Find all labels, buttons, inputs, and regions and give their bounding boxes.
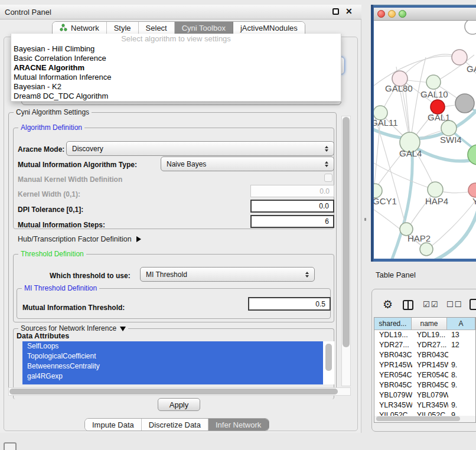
which-threshold-combo[interactable]: MI Threshold bbox=[140, 267, 315, 282]
tab-style[interactable]: Style bbox=[107, 22, 139, 34]
kernel-width-field[interactable]: 0.0 bbox=[250, 185, 334, 197]
table-cell: YER054C bbox=[412, 370, 448, 380]
algorithm-option[interactable]: Bayesian - Hill Climbing bbox=[11, 44, 341, 54]
network-icon bbox=[60, 24, 67, 33]
combo-arrows-icon bbox=[323, 157, 330, 171]
minimize-traffic-light-icon[interactable] bbox=[388, 10, 396, 18]
table-row[interactable]: YDR27...YDR27...12 bbox=[374, 340, 476, 350]
mi-steps-label: Mutual Information Steps: bbox=[18, 221, 105, 229]
table-row[interactable]: YDL19...YDL19...13 bbox=[374, 330, 476, 340]
network-node[interactable] bbox=[455, 94, 474, 113]
node-label: HAP4 bbox=[425, 196, 448, 206]
float-window-icon[interactable] bbox=[332, 8, 339, 15]
algorithm-option[interactable]: Dream8 DC_TDC Algorithm bbox=[11, 92, 341, 101]
apply-button[interactable]: Apply bbox=[158, 398, 200, 411]
mi-algorithm-type-combo[interactable]: Naive Bayes bbox=[161, 156, 334, 171]
data-attribute-item[interactable]: BetweennessCentrality bbox=[22, 361, 323, 371]
node-label: GCY1 bbox=[374, 196, 397, 206]
tab-impute-data[interactable]: Impute Data bbox=[85, 419, 142, 431]
data-attribute-item[interactable]: gal4RGexp bbox=[22, 371, 323, 381]
network-node-gal10[interactable] bbox=[426, 75, 441, 89]
data-attributes-list: SelfLoopsTopologicalCoefficientBetweenne… bbox=[22, 341, 334, 384]
bottom-tab-bar: Impute Data Discretize Data Infer Networ… bbox=[84, 418, 269, 431]
table-mode-icon[interactable] bbox=[470, 299, 476, 310]
aracne-mode-combo[interactable]: Discovery bbox=[66, 141, 334, 156]
group-title: Threshold Definition bbox=[18, 250, 86, 258]
sources-group-title[interactable]: Sources for Network Inference bbox=[18, 324, 128, 332]
zoom-traffic-light-icon[interactable] bbox=[399, 10, 406, 18]
which-threshold-label: Which threshold to use: bbox=[50, 272, 131, 280]
node-label: GAL11 bbox=[374, 118, 398, 128]
mi-threshold-label: Mutual Information Threshold: bbox=[22, 304, 125, 312]
manual-kernel-width-checkbox[interactable] bbox=[324, 174, 332, 182]
settings-vertical-scrollbar-thumb[interactable] bbox=[343, 117, 350, 347]
table-row[interactable]: YLR345WYLR345W9. bbox=[374, 400, 476, 410]
tab-jactivemnodules[interactable]: jActiveMNodules bbox=[233, 22, 305, 34]
unchecked-columns-icon[interactable]: ☐☐ bbox=[446, 300, 462, 309]
algorithm-option[interactable]: Bayesian - K2 bbox=[11, 82, 341, 92]
table-row[interactable]: YBR043CYBR043C bbox=[374, 350, 476, 360]
table-cell: YBR045C bbox=[374, 380, 412, 390]
table-cell: YBR043C bbox=[374, 350, 412, 360]
algorithm-option[interactable]: Mutual Information Inference bbox=[11, 73, 341, 82]
tab-label: Impute Data bbox=[92, 420, 134, 429]
table-row[interactable]: YER054CYER054C8. bbox=[374, 370, 476, 380]
close-icon[interactable]: ✕ bbox=[345, 6, 353, 16]
data-attribute-item[interactable] bbox=[22, 381, 323, 384]
data-attribute-item[interactable]: SelfLoops bbox=[22, 341, 323, 351]
table-horizontal-scrollbar-thumb[interactable] bbox=[376, 416, 460, 421]
network-node-swi4[interactable] bbox=[441, 120, 457, 136]
algorithm-option[interactable]: Basic Correlation Inference bbox=[11, 54, 341, 63]
mi-threshold-field[interactable]: 0.5 bbox=[248, 297, 331, 311]
settings-horizontal-scrollbar-thumb[interactable] bbox=[9, 389, 338, 394]
split-columns-icon[interactable] bbox=[403, 300, 413, 310]
tab-network[interactable]: Network bbox=[53, 22, 107, 34]
control-panel-title: Control Panel bbox=[5, 8, 51, 17]
data-attribute-item[interactable]: TopologicalCoefficient bbox=[22, 351, 323, 361]
network-node-hap4[interactable] bbox=[428, 182, 443, 197]
table-cell: YBR043C bbox=[412, 350, 448, 360]
group-title: Cyni Algorithm Settings bbox=[14, 108, 92, 116]
table-cell: YPR145W bbox=[412, 360, 448, 370]
table-cell bbox=[448, 390, 476, 400]
network-node-gal[interactable] bbox=[452, 50, 467, 65]
tab-select[interactable]: Select bbox=[139, 22, 175, 34]
tab-label: Select bbox=[146, 24, 167, 32]
table-row[interactable]: YBL079WYBL079W bbox=[374, 390, 476, 400]
table-row[interactable]: YBR045CYBR045C9. bbox=[374, 380, 476, 390]
checked-columns-icon[interactable]: ☑☑ bbox=[423, 300, 439, 309]
minimized-panel-icon[interactable] bbox=[4, 442, 17, 450]
tab-cyni-toolbox[interactable]: Cyni Toolbox bbox=[175, 22, 233, 34]
node-label: GAL80 bbox=[385, 83, 413, 93]
algorithm-option[interactable]: ARACNE Algorithm bbox=[11, 63, 341, 73]
network-node[interactable] bbox=[465, 21, 476, 34]
dpi-tolerance-field[interactable]: 0.0 bbox=[250, 200, 334, 213]
gear-icon[interactable]: ⚙ bbox=[383, 298, 393, 311]
network-canvas[interactable]: GALGAL80GAL10GAL1GAL11SWI4GAL4GCY1HAP4YH… bbox=[374, 21, 476, 259]
combo-value: Naive Bayes bbox=[167, 160, 206, 168]
panel-divider-handle[interactable] bbox=[364, 218, 366, 221]
table-cell: YBL079W bbox=[374, 390, 412, 400]
column-header-shared-name[interactable]: shared... bbox=[374, 318, 412, 330]
table-cell: YBR045C bbox=[412, 380, 448, 390]
table-cell: YBL079W bbox=[412, 390, 448, 400]
table-body: YDL19...YDL19...13YDR27...YDR27...12YBR0… bbox=[374, 330, 476, 416]
column-header-partial[interactable]: A bbox=[447, 318, 475, 330]
table-header: shared... name A bbox=[374, 318, 475, 330]
attribute-list-scrollbar[interactable] bbox=[325, 344, 332, 371]
manual-kernel-width-label: Manual Kernel Width Definition bbox=[18, 175, 122, 184]
network-node[interactable] bbox=[420, 243, 433, 256]
network-node-y[interactable] bbox=[468, 183, 476, 197]
table-row[interactable]: YPR145WYPR145W9. bbox=[374, 360, 476, 370]
hub-definition-toggle[interactable]: Hub/Transcription Factor Definition bbox=[18, 235, 141, 243]
combo-arrows-icon bbox=[304, 268, 311, 281]
close-traffic-light-icon[interactable] bbox=[377, 10, 385, 18]
column-header-name[interactable]: name bbox=[412, 318, 447, 330]
node-label: SWI4 bbox=[440, 135, 462, 145]
tab-discretize-data[interactable]: Discretize Data bbox=[142, 419, 208, 431]
tab-infer-network[interactable]: Infer Network bbox=[208, 419, 269, 431]
table-cell: YPR145W bbox=[374, 360, 412, 370]
mi-steps-field[interactable]: 6 bbox=[250, 215, 334, 228]
combo-value: Discovery bbox=[72, 145, 103, 153]
node-label: GAL4 bbox=[399, 148, 422, 158]
